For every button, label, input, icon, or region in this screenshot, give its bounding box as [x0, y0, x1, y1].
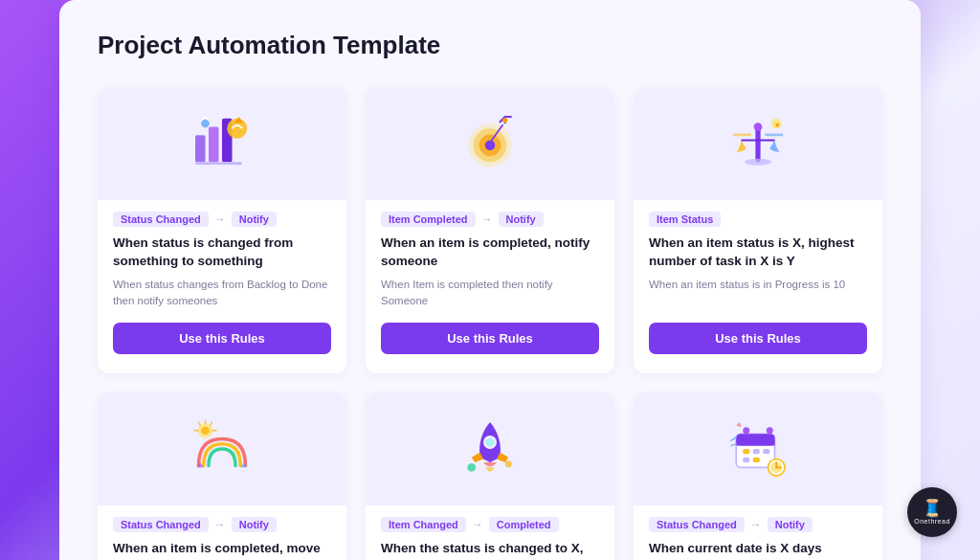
svg-point-28 — [743, 428, 749, 435]
tag-primary-2: Item Completed — [381, 212, 476, 227]
svg-rect-34 — [753, 458, 760, 462]
svg-point-20 — [201, 427, 210, 436]
svg-rect-33 — [743, 458, 749, 462]
brand-badge: 🧵 Onethread — [907, 487, 957, 537]
svg-text:★: ★ — [774, 122, 781, 128]
card-title-6: When current date is X days before/after… — [649, 540, 867, 560]
card-1: Status Changed → Notify When status is c… — [98, 87, 346, 373]
card-title-4: When an item is completed, move status t… — [113, 540, 331, 560]
svg-rect-1 — [209, 127, 219, 163]
tag-secondary-6: Notify — [768, 517, 813, 532]
tag-arrow-6: → — [750, 518, 762, 531]
tag-secondary-5: Completed — [489, 517, 559, 532]
svg-point-29 — [767, 428, 773, 435]
card-body-3: Item Status When an item status is X, hi… — [634, 212, 882, 354]
card-desc-3: When an item status is in Progress is 10 — [649, 277, 867, 310]
svg-rect-4 — [195, 162, 242, 165]
card-tags-1: Status Changed → Notify — [113, 212, 331, 227]
svg-rect-15 — [733, 134, 751, 137]
card-tags-3: Item Status — [649, 212, 867, 227]
cards-grid: Status Changed → Notify When status is c… — [98, 87, 882, 560]
tag-secondary-1: Notify — [232, 212, 277, 227]
svg-point-12 — [745, 159, 771, 166]
card-desc-2: When Item is completed then notify Someo… — [381, 277, 599, 310]
svg-point-22 — [486, 438, 495, 447]
card-body-6: Status Changed → Notify When current dat… — [634, 517, 882, 560]
card-title-3: When an item status is X, highest number… — [649, 235, 867, 271]
card-tags-5: Item Changed → Completed — [381, 517, 599, 532]
card-image-area-4 — [98, 392, 346, 505]
card-body-2: Item Completed → Notify When an item is … — [366, 212, 614, 354]
svg-rect-31 — [753, 449, 760, 454]
svg-rect-32 — [763, 449, 769, 454]
svg-point-10 — [502, 118, 507, 123]
svg-point-23 — [467, 463, 476, 472]
card-6: Status Changed → Notify When current dat… — [634, 392, 882, 560]
card-tags-2: Item Completed → Notify — [381, 212, 599, 227]
tag-arrow-2: → — [481, 213, 493, 226]
card-image-area-2 — [366, 87, 614, 200]
svg-rect-0 — [195, 135, 206, 162]
use-rules-button-2[interactable]: Use this Rules — [381, 323, 599, 354]
card-title-2: When an item is completed, notify someon… — [381, 235, 599, 271]
tag-primary-5: Item Changed — [381, 517, 466, 532]
card-desc-1: When status changes from Backlog to Done… — [113, 277, 331, 310]
card-image-area-6 — [634, 392, 882, 505]
brand-icon: 🧵 — [922, 500, 943, 517]
svg-point-24 — [505, 461, 512, 468]
card-2: Item Completed → Notify When an item is … — [366, 87, 614, 373]
tag-primary-1: Status Changed — [113, 212, 209, 227]
svg-rect-16 — [765, 134, 783, 137]
card-tags-6: Status Changed → Notify — [649, 517, 867, 532]
tag-primary-6: Status Changed — [649, 517, 745, 532]
card-title-5: When the status is changed to X, mark th… — [381, 540, 599, 560]
svg-rect-30 — [743, 449, 749, 454]
card-3: ★ Item Status When an item status is X, … — [634, 87, 882, 373]
card-image-area-1 — [98, 87, 346, 200]
tag-primary-4: Status Changed — [113, 517, 209, 532]
card-4: Status Changed → Notify When an item is … — [98, 392, 346, 560]
card-image-area-3: ★ — [634, 87, 882, 200]
tag-secondary-4: Notify — [232, 517, 277, 532]
tag-secondary-2: Notify — [499, 212, 544, 227]
tag-arrow-1: → — [214, 213, 226, 226]
card-5: Item Changed → Completed When the status… — [366, 392, 614, 560]
svg-point-5 — [201, 120, 210, 128]
main-container: Project Automation Template Status Chang… — [59, 0, 921, 560]
use-rules-button-1[interactable]: Use this Rules — [113, 323, 331, 354]
tag-arrow-5: → — [472, 518, 483, 531]
tag-primary-3: Item Status — [649, 212, 721, 227]
card-tags-4: Status Changed → Notify — [113, 517, 331, 532]
card-body-1: Status Changed → Notify When status is c… — [98, 212, 346, 354]
svg-point-9 — [485, 141, 496, 151]
brand-name: Onethread — [914, 518, 950, 525]
card-image-area-5 — [366, 392, 614, 505]
tag-arrow-4: → — [214, 518, 226, 531]
page-title: Project Automation Template — [98, 31, 882, 60]
svg-point-14 — [754, 123, 763, 131]
card-body-4: Status Changed → Notify When an item is … — [98, 517, 346, 560]
svg-rect-27 — [736, 440, 774, 446]
card-title-1: When status is changed from something to… — [113, 235, 331, 271]
use-rules-button-3[interactable]: Use this Rules — [649, 323, 867, 354]
card-body-5: Item Changed → Completed When the status… — [366, 517, 614, 560]
